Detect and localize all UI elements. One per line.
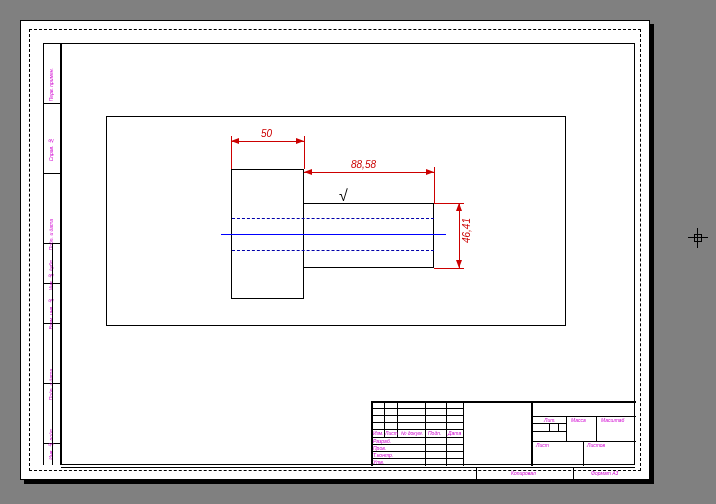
ext-line <box>304 136 305 169</box>
margin-label: Взам. инв. № <box>48 298 54 330</box>
tb-label: Масса <box>571 417 586 423</box>
footer-format: Формат A3 <box>591 470 618 476</box>
tb-label: Т.контр. <box>373 452 393 458</box>
ext-line <box>434 167 435 203</box>
tb-label: Подп. <box>428 430 441 436</box>
tb-label: Масштаб <box>601 417 624 423</box>
crosshair-cursor <box>688 228 708 248</box>
margin-label: Подп. и дата <box>48 369 54 400</box>
left-margin-column: Инв. № подл. Подп. и дата Взам. инв. № И… <box>43 43 61 465</box>
hidden-line <box>232 250 434 251</box>
centerline-axis <box>221 234 446 235</box>
tb-label: Дата <box>448 430 461 436</box>
tb-label: Лит. <box>544 417 556 423</box>
margin-label: Подп. и дата <box>48 219 54 250</box>
margin-label: Инв. № подл. <box>48 428 54 460</box>
tb-label: Утв. <box>373 459 384 465</box>
tb-label: Изм. <box>373 430 384 436</box>
dim-value-46[interactable]: 46,41 <box>461 218 472 243</box>
hidden-line <box>232 218 434 219</box>
dim-arrow <box>304 169 312 175</box>
dim-value-50[interactable]: 50 <box>261 128 272 139</box>
tb-label: Пров. <box>373 445 386 451</box>
drawing-sheet[interactable]: Инв. № подл. Подп. и дата Взам. инв. № И… <box>20 20 650 480</box>
tb-label: Лист <box>385 430 398 436</box>
margin-label: Справ. № <box>48 138 54 161</box>
dim-line-50 <box>231 141 304 142</box>
tb-label: № докум. <box>401 430 423 436</box>
title-block[interactable]: Изм. Лист № докум. Подп. Дата Разраб. Пр… <box>371 401 636 466</box>
dim-arrow <box>426 169 434 175</box>
cad-canvas[interactable]: Инв. № подл. Подп. и дата Взам. инв. № И… <box>0 0 716 504</box>
dim-line-88 <box>304 172 434 173</box>
footer-kopiroval: Копировал <box>511 470 536 476</box>
tb-label: Разраб. <box>373 438 391 444</box>
ext-line-h <box>434 268 464 269</box>
dim-value-88[interactable]: 88,58 <box>351 159 376 170</box>
tb-label: Лист <box>536 442 549 448</box>
surface-finish-mark[interactable]: √ <box>339 187 348 205</box>
margin-label: Перв. примен. <box>48 68 54 101</box>
margin-label: Инв. № дубл. <box>48 259 54 290</box>
part-small-cylinder[interactable] <box>304 203 434 268</box>
dim-line-46 <box>459 203 460 268</box>
dim-arrow <box>456 203 462 211</box>
dim-arrow <box>231 138 239 144</box>
dim-arrow <box>456 260 462 268</box>
tb-label: Листов <box>587 442 605 448</box>
dim-arrow <box>296 138 304 144</box>
